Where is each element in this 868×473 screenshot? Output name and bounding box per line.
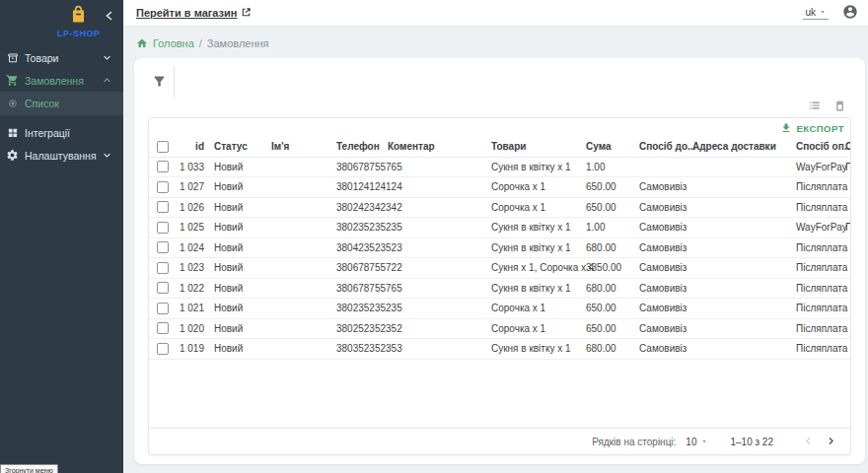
cell-status[interactable]: Новий: [214, 218, 271, 238]
cell-status[interactable]: Новий: [214, 157, 271, 177]
column-header-payment[interactable]: Спосіб оп...: [796, 137, 845, 157]
list-view-button[interactable]: [807, 98, 823, 116]
cell-name[interactable]: [271, 197, 336, 218]
cell-payment[interactable]: WayForPay: [796, 157, 845, 177]
cell-products[interactable]: Сорочка x 1: [491, 299, 586, 319]
cell-delivery[interactable]: Самовивіз: [639, 258, 692, 279]
cell-name[interactable]: [271, 177, 336, 198]
cell-status[interactable]: Новий: [214, 258, 271, 279]
cell-name[interactable]: [271, 258, 336, 279]
row-checkbox[interactable]: [157, 241, 169, 253]
row-checkbox[interactable]: [157, 222, 169, 234]
cell-products[interactable]: Сукня в квітку x 1: [491, 339, 586, 360]
table-row[interactable]: 1 023 Новий 380678755722 Сукня x 1, Соро…: [149, 258, 850, 279]
cell-address[interactable]: [692, 218, 796, 238]
cell-sum[interactable]: 650.00: [586, 318, 639, 339]
account-menu-button[interactable]: [842, 4, 858, 23]
cell-delivery[interactable]: Самовивіз: [639, 197, 692, 218]
cell-id[interactable]: 1 027: [175, 177, 204, 198]
cell-name[interactable]: [271, 237, 336, 258]
cell-delivery[interactable]: [639, 157, 692, 177]
cell-address[interactable]: [692, 299, 796, 319]
cell-products[interactable]: Сукня в квітку x 1: [491, 218, 586, 238]
cell-payment[interactable]: Післяплата: [796, 237, 845, 258]
cell-phone[interactable]: 380235235235: [336, 218, 388, 238]
table-row[interactable]: 1 024 Новий 380423523523 Сукня в квітку …: [149, 237, 850, 258]
rows-per-page-select[interactable]: 10: [686, 437, 708, 447]
cell-delivery[interactable]: Самовивіз: [639, 177, 692, 198]
cell-delivery[interactable]: Самовивіз: [639, 339, 692, 360]
delete-button[interactable]: [832, 98, 847, 116]
column-header-clipped[interactable]: С: [845, 137, 850, 157]
cell-status[interactable]: Новий: [214, 237, 271, 258]
cell-comment[interactable]: [388, 197, 491, 218]
table-row[interactable]: 1 021 Новий 380235235235 Сорочка x 1 650…: [149, 299, 850, 319]
cell-comment[interactable]: [388, 318, 491, 339]
column-header-comment[interactable]: Коментар: [388, 137, 491, 157]
cell-payment[interactable]: Післяплата: [796, 177, 845, 198]
cell-status[interactable]: Новий: [214, 278, 271, 299]
cell-address[interactable]: [692, 197, 796, 218]
table-row[interactable]: 1 019 Новий 380352352353 Сукня в квітку …: [149, 339, 850, 360]
column-header-id[interactable]: id: [175, 137, 204, 157]
row-checkbox[interactable]: [157, 201, 169, 213]
cell-id[interactable]: 1 025: [175, 218, 204, 238]
cell-sum[interactable]: 650.00: [586, 299, 639, 319]
cell-name[interactable]: [271, 278, 336, 299]
go-to-store-link[interactable]: Перейти в магазин: [136, 7, 252, 20]
cell-comment[interactable]: [388, 299, 491, 319]
table-row[interactable]: 1 027 Новий 380124124124 Сорочка x 1 650…: [149, 177, 850, 198]
cell-products[interactable]: Сукня в квітку x 1: [491, 237, 586, 258]
cell-products[interactable]: Сукня в квітку x 1: [491, 278, 586, 299]
cell-sum[interactable]: 680.00: [586, 339, 639, 360]
cell-address[interactable]: [692, 278, 796, 299]
cell-phone[interactable]: 380124124124: [336, 177, 388, 198]
cell-products[interactable]: Сукня x 1, Сорочка x 4: [491, 258, 586, 279]
cell-phone[interactable]: 380678755722: [336, 258, 388, 279]
cell-sum[interactable]: 1.00: [586, 157, 639, 177]
sidebar-item-orders[interactable]: Замовлення: [0, 69, 123, 92]
cell-status[interactable]: Новий: [214, 177, 271, 198]
previous-page-button[interactable]: [797, 433, 820, 451]
cell-address[interactable]: [692, 237, 796, 258]
sidebar-collapse-button[interactable]: [102, 8, 117, 27]
cell-id[interactable]: 1 019: [175, 339, 204, 360]
cell-payment[interactable]: Післяплата: [796, 299, 845, 319]
language-select[interactable]: uk: [803, 6, 829, 20]
cell-delivery[interactable]: Самовивіз: [639, 299, 692, 319]
cell-id[interactable]: 1 023: [175, 258, 204, 279]
cell-status[interactable]: Новий: [214, 339, 271, 360]
column-header-name[interactable]: Ім'я: [271, 137, 336, 157]
cell-id[interactable]: 1 021: [175, 299, 204, 319]
cell-payment[interactable]: Післяплата: [796, 339, 845, 360]
row-checkbox[interactable]: [157, 282, 169, 294]
cell-address[interactable]: [692, 258, 796, 279]
select-all-checkbox[interactable]: [157, 141, 169, 153]
cell-phone[interactable]: 380678755765: [336, 278, 388, 299]
cell-payment[interactable]: Післяплата: [796, 278, 845, 299]
sidebar-item-settings[interactable]: Налаштування: [0, 144, 123, 167]
filter-button[interactable]: [152, 74, 167, 92]
cell-id[interactable]: 1 033: [175, 157, 204, 177]
cell-status[interactable]: Новий: [214, 299, 271, 319]
cell-products[interactable]: Сорочка x 1: [491, 177, 586, 198]
cell-address[interactable]: [692, 318, 796, 339]
cell-delivery[interactable]: Самовивіз: [639, 218, 692, 238]
cell-comment[interactable]: [388, 177, 491, 198]
cell-sum[interactable]: 680.00: [586, 278, 639, 299]
sidebar-item-products[interactable]: Товари: [0, 46, 123, 69]
cell-products[interactable]: Сукня в квітку x 1: [491, 157, 586, 177]
cell-sum[interactable]: 1.00: [586, 218, 639, 238]
column-header-sum[interactable]: Сума: [586, 137, 639, 157]
cell-products[interactable]: Сорочка x 1: [491, 197, 586, 218]
cell-sum[interactable]: 650.00: [586, 177, 639, 198]
cell-payment[interactable]: WayForPay: [796, 218, 845, 238]
cell-id[interactable]: 1 026: [175, 197, 204, 218]
column-header-phone[interactable]: Телефон: [336, 137, 388, 157]
cell-comment[interactable]: [388, 237, 491, 258]
sidebar-item-integrations[interactable]: Інтеграції: [0, 121, 123, 144]
cell-comment[interactable]: [388, 218, 491, 238]
table-row[interactable]: 1 020 Новий 380252352352 Сорочка x 1 650…: [149, 318, 850, 339]
cell-id[interactable]: 1 024: [175, 237, 204, 258]
row-checkbox[interactable]: [157, 303, 169, 314]
